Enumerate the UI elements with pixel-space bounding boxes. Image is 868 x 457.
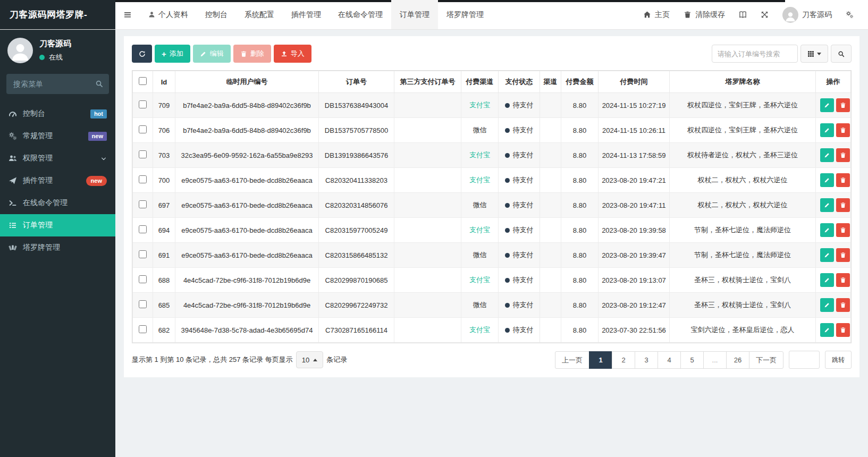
- edit-button[interactable]: 编辑: [193, 45, 231, 63]
- add-button[interactable]: + 添加: [155, 45, 190, 63]
- column-header-0[interactable]: Id: [153, 71, 175, 93]
- row-delete-button[interactable]: [836, 198, 850, 212]
- page-jump-button[interactable]: 跳转: [825, 351, 852, 369]
- settings-button[interactable]: [839, 0, 861, 29]
- row-delete-button[interactable]: [836, 173, 850, 187]
- row-checkbox[interactable]: [139, 225, 147, 233]
- pencil-icon: [200, 50, 207, 57]
- sidebar-item-3[interactable]: 插件管理new: [0, 170, 115, 192]
- pagination-item-26[interactable]: 26: [726, 351, 749, 369]
- import-button[interactable]: 导入: [274, 45, 311, 63]
- sidebar-item-label: 控制台: [23, 109, 45, 119]
- sidebar-item-5[interactable]: 订单管理: [0, 214, 115, 236]
- row-checkbox[interactable]: [139, 125, 147, 133]
- row-delete-button[interactable]: [836, 98, 850, 112]
- column-header-7[interactable]: 付费金额: [561, 71, 599, 93]
- pagination-item-下一页[interactable]: 下一页: [749, 351, 783, 369]
- row-edit-button[interactable]: [820, 248, 834, 262]
- topbar-username: 刀客源码: [802, 10, 832, 20]
- refresh-button[interactable]: [132, 45, 152, 63]
- row-delete-button[interactable]: [836, 298, 850, 312]
- row-checkbox[interactable]: [139, 300, 147, 308]
- cell-id: 685: [153, 293, 175, 318]
- page-size-select[interactable]: 10: [296, 351, 323, 368]
- page-jump-input[interactable]: [789, 351, 820, 369]
- sidebar-search-input[interactable]: [6, 74, 109, 94]
- row-delete-button[interactable]: [836, 223, 850, 237]
- pagination-item-5[interactable]: 5: [680, 351, 704, 369]
- status-badge: 待支付: [505, 150, 534, 160]
- row-checkbox[interactable]: [139, 175, 147, 183]
- home-label: 主页: [655, 10, 670, 20]
- row-edit-button[interactable]: [820, 198, 834, 212]
- sidebar-item-4[interactable]: 在线命令管理: [0, 192, 115, 214]
- user-menu[interactable]: 刀客源码: [776, 0, 839, 29]
- row-checkbox[interactable]: [139, 325, 147, 333]
- nav-tab-3[interactable]: 插件管理: [283, 0, 330, 29]
- nav-tab-6[interactable]: 塔罗牌管理: [438, 0, 492, 29]
- home-link[interactable]: 主页: [636, 0, 677, 29]
- pagination-item-1[interactable]: 1: [589, 351, 612, 369]
- cell-user-no: e9ce0575-aa63-6170-bede-dcd8b26eaaca: [175, 168, 319, 193]
- table-row: 6884e4c5cad-72be-c9f6-31f8-7012b19b6d9eC…: [133, 268, 851, 293]
- row-edit-button[interactable]: [820, 123, 834, 137]
- row-checkbox[interactable]: [139, 275, 147, 283]
- sidebar-item-6[interactable]: 塔罗牌管理: [0, 236, 115, 259]
- sidebar-item-1[interactable]: 常规管理new: [0, 125, 115, 147]
- search-button[interactable]: [831, 45, 852, 63]
- row-checkbox[interactable]: [139, 250, 147, 258]
- row-edit-button[interactable]: [820, 273, 834, 287]
- nav-tab-0[interactable]: 个人资料: [140, 0, 197, 29]
- pagination-item-上一页[interactable]: 上一页: [555, 351, 589, 369]
- cell-checkbox: [133, 118, 153, 143]
- fullscreen-button[interactable]: [754, 0, 776, 29]
- sidebar-item-0[interactable]: 控制台hot: [0, 103, 115, 125]
- column-header-1[interactable]: 临时用户编号: [175, 71, 319, 93]
- nav-tab-1[interactable]: 控制台: [197, 0, 236, 29]
- clear-cache-button[interactable]: 清除缓存: [677, 0, 732, 29]
- row-delete-button[interactable]: [836, 148, 850, 162]
- column-header-3[interactable]: 第三方支付订单号: [394, 71, 461, 93]
- cell-user-no: e9ce0575-aa63-6170-bede-dcd8b26eaaca: [175, 243, 319, 268]
- pagination-item-2[interactable]: 2: [612, 351, 635, 369]
- cell-operate: [816, 143, 851, 168]
- row-edit-button[interactable]: [820, 98, 834, 112]
- pagination-item-3[interactable]: 3: [635, 351, 658, 369]
- row-checkbox[interactable]: [139, 150, 147, 158]
- row-delete-button[interactable]: [836, 323, 850, 337]
- trash-icon: [840, 177, 846, 183]
- row-delete-button[interactable]: [836, 123, 850, 137]
- table-toolbar: + 添加 编辑 删除 导入: [132, 45, 852, 63]
- columns-dropdown-button[interactable]: [800, 45, 828, 63]
- sidebar-item-label: 塔罗牌管理: [23, 243, 60, 252]
- delete-button[interactable]: 删除: [233, 45, 271, 63]
- sidebar-toggle-button[interactable]: [115, 0, 140, 29]
- column-header-6[interactable]: 渠道: [540, 71, 561, 93]
- pagination-item-4[interactable]: 4: [658, 351, 681, 369]
- column-header-4[interactable]: 付费渠道: [461, 71, 499, 93]
- row-delete-button[interactable]: [836, 248, 850, 262]
- cell-pay-channel: 支付宝: [461, 168, 499, 193]
- nav-tab-2[interactable]: 系统配置: [236, 0, 283, 29]
- language-button[interactable]: [732, 0, 754, 29]
- column-header-10[interactable]: 操作: [816, 71, 851, 93]
- row-edit-button[interactable]: [820, 173, 834, 187]
- order-search-input[interactable]: [712, 45, 798, 63]
- nav-tab-5[interactable]: 订单管理: [391, 0, 438, 29]
- row-edit-button[interactable]: [820, 223, 834, 237]
- nav-tab-4[interactable]: 在线命令管理: [330, 0, 391, 29]
- select-all-checkbox[interactable]: [139, 77, 147, 85]
- cell-pay-time: 2024-11-15 10:26:11: [599, 118, 670, 143]
- row-checkbox[interactable]: [139, 200, 147, 208]
- row-delete-button[interactable]: [836, 273, 850, 287]
- column-header-5[interactable]: 支付状态: [499, 71, 540, 93]
- row-edit-button[interactable]: [820, 323, 834, 337]
- row-edit-button[interactable]: [820, 298, 834, 312]
- cell-id: 682: [153, 318, 175, 343]
- column-header-9[interactable]: 塔罗牌名称: [670, 71, 816, 93]
- column-header-2[interactable]: 订单号: [319, 71, 394, 93]
- row-checkbox[interactable]: [139, 100, 147, 108]
- column-header-8[interactable]: 付费时间: [599, 71, 670, 93]
- sidebar-item-2[interactable]: 权限管理: [0, 147, 115, 170]
- row-edit-button[interactable]: [820, 148, 834, 162]
